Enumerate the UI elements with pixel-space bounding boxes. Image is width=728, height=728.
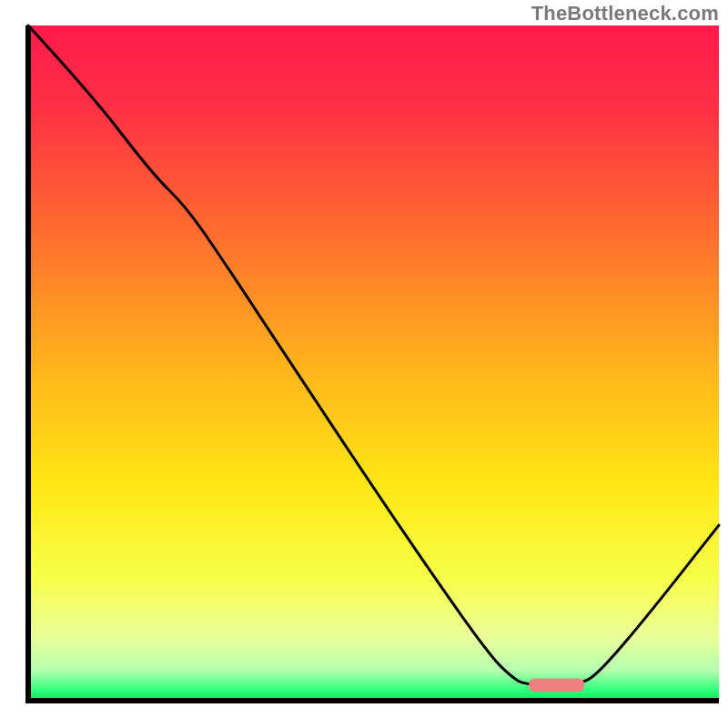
chart-container: TheBottleneck.com: [0, 0, 728, 728]
optimal-range-marker: [529, 679, 584, 693]
bottleneck-chart: [0, 0, 728, 728]
plot-background: [28, 25, 719, 701]
